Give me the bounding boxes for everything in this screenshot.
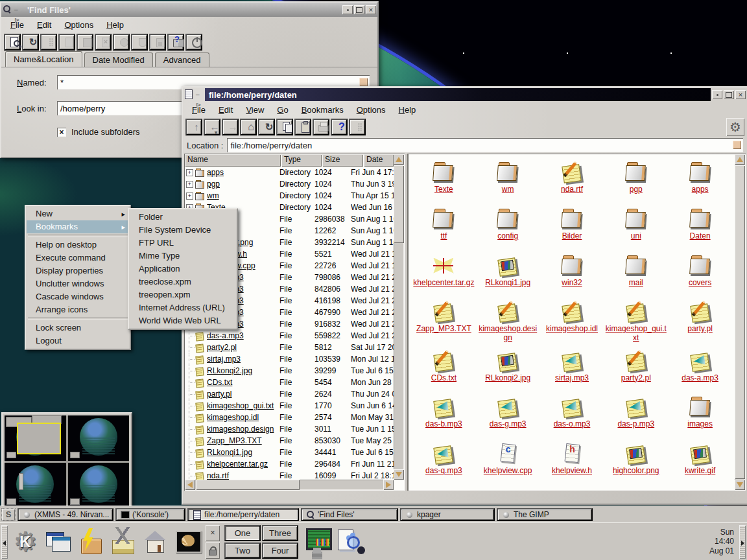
- tree-horizontal-scrollbar[interactable]: [185, 480, 394, 490]
- file-icon-cell[interactable]: das-p.mp3: [604, 393, 668, 439]
- icon-vertical-scrollbar[interactable]: [735, 154, 745, 490]
- file-icon-label[interactable]: Bilder: [562, 232, 582, 240]
- file-icon-label[interactable]: kwrite.gif: [685, 467, 715, 475]
- panel-launcher[interactable]: [140, 526, 170, 558]
- file-icon-label[interactable]: khelpview.cpp: [484, 467, 532, 475]
- close-button[interactable]: ×: [366, 5, 376, 14]
- file-name[interactable]: khelpcenter.tar.gz: [207, 460, 279, 469]
- file-row[interactable]: Zapp_MP3.TXT File 853030 Tue May 25 0: [185, 435, 394, 447]
- scroll-thumb[interactable]: [196, 480, 300, 490]
- file-name[interactable]: CDs.txt: [207, 378, 279, 387]
- menu-item[interactable]: [28, 235, 128, 237]
- file-icon-cell[interactable]: khelpview.h: [540, 440, 604, 485]
- file-icon-cell[interactable]: config: [476, 205, 540, 251]
- submenu-item[interactable]: Folder: [130, 211, 236, 224]
- menu-item[interactable]: Help: [101, 19, 132, 31]
- panel-launcher[interactable]: [10, 526, 40, 558]
- menu-item[interactable]: View: [241, 104, 272, 116]
- file-icon-label[interactable]: sirtaj.mp3: [555, 374, 589, 382]
- desktop-thumbnail[interactable]: [68, 463, 130, 508]
- file-name[interactable]: sirtaj.mp3: [207, 355, 279, 364]
- file-icon-label[interactable]: party2.pl: [621, 374, 651, 382]
- file-icon-label[interactable]: pgp: [630, 185, 643, 194]
- file-icon-label[interactable]: Daten: [690, 232, 711, 240]
- column-header-type[interactable]: Type: [281, 154, 322, 167]
- toolbar-button[interactable]: [240, 119, 257, 135]
- file-name[interactable]: pgp: [207, 180, 279, 189]
- file-icon-label[interactable]: khelpcenter.tar.gz: [413, 279, 474, 287]
- toolbar-button[interactable]: [40, 34, 57, 51]
- menu-item[interactable]: [28, 318, 128, 320]
- file-name[interactable]: RLkonqi2.jpg: [207, 366, 279, 375]
- file-row[interactable]: khelpcenter.tar.gz File 296484 Fri Jun 1…: [185, 458, 394, 470]
- desktop-thumbnail[interactable]: [68, 415, 130, 461]
- file-row[interactable]: RLkonqi2.jpg File 39299 Tue Jul 6 15:: [185, 365, 394, 377]
- menu-item[interactable]: Cascade windows: [27, 290, 129, 303]
- menu-item[interactable]: Execute command: [27, 251, 129, 264]
- toolbar-button[interactable]: [185, 34, 202, 51]
- file-icon-cell[interactable]: das-q.mp3: [412, 440, 476, 485]
- location-input[interactable]: file:/home/perry/daten: [227, 138, 743, 152]
- menu-item[interactable]: Help: [394, 104, 424, 116]
- file-icon-label[interactable]: wm: [502, 185, 514, 194]
- toolbar-button[interactable]: [131, 34, 148, 51]
- panel-launcher[interactable]: [335, 526, 364, 558]
- submenu-item[interactable]: World Wide Web URL: [130, 314, 236, 327]
- file-icon-cell[interactable]: party.pl: [668, 298, 732, 345]
- file-icon-cell[interactable]: apps: [668, 159, 732, 204]
- file-icon-cell[interactable]: covers: [668, 252, 732, 298]
- scroll-up-button[interactable]: [735, 154, 745, 165]
- file-row[interactable]: pgp Directory 1024 Thu Jun 3 19: [185, 178, 394, 190]
- toolbar-button[interactable]: [349, 119, 366, 135]
- scroll-up-button[interactable]: [394, 154, 404, 165]
- file-name[interactable]: party.pl: [207, 390, 279, 399]
- file-icon-label[interactable]: win32: [562, 279, 582, 287]
- file-icon-cell[interactable]: CDs.txt: [412, 347, 476, 393]
- file-icon-label[interactable]: images: [687, 420, 713, 428]
- taskbar-task-button[interactable]: kpager: [400, 508, 495, 521]
- file-name[interactable]: party2.pl: [207, 343, 279, 352]
- file-icon-label[interactable]: party.pl: [687, 325, 712, 333]
- file-icon-cell[interactable]: nda.rtf: [540, 159, 604, 204]
- taskbar-task-button[interactable]: (XMMS - 49. Nirvan...: [18, 508, 113, 521]
- file-icon-label[interactable]: highcolor.png: [613, 467, 659, 475]
- file-icon-label[interactable]: nda.rtf: [561, 185, 583, 194]
- tab[interactable]: Date Modified: [84, 52, 153, 67]
- toolbar-button[interactable]: [22, 34, 39, 51]
- file-name[interactable]: wm: [207, 191, 279, 200]
- file-row[interactable]: das-a.mp3 File 559822 Wed Jul 21 21: [185, 330, 394, 342]
- file-icon-cell[interactable]: das-o.mp3: [540, 393, 604, 439]
- column-header-name[interactable]: Name: [185, 154, 281, 167]
- file-icon-label[interactable]: CDs.txt: [431, 374, 456, 382]
- desktop-button[interactable]: One: [224, 525, 261, 541]
- file-icon-cell[interactable]: Bilder: [540, 205, 604, 251]
- menu-item[interactable]: Logout: [27, 334, 129, 347]
- submenu-item[interactable]: Application: [130, 262, 236, 275]
- panel-launcher[interactable]: [302, 526, 332, 558]
- file-icon-cell[interactable]: das-g.mp3: [476, 393, 540, 439]
- toolbar-button[interactable]: [4, 34, 21, 51]
- desktop-button[interactable]: Two: [224, 542, 261, 559]
- file-row[interactable]: nda.rtf File 16099 Fri Jul 2 18:1: [185, 470, 394, 480]
- file-icon-label[interactable]: Texte: [434, 185, 453, 194]
- submenu-item[interactable]: Internet Address (URL): [130, 301, 236, 314]
- toolbar-button[interactable]: [294, 119, 311, 135]
- scroll-thumb[interactable]: [394, 165, 404, 243]
- submenu-item[interactable]: treeclose.xpm: [130, 275, 236, 288]
- file-icon-cell[interactable]: das-a.mp3: [668, 347, 732, 393]
- submenu-item[interactable]: Mime Type: [130, 250, 236, 262]
- file-icon-cell[interactable]: kimageshop.idl: [540, 298, 604, 345]
- panel-launcher[interactable]: [172, 526, 202, 558]
- panel-hide-handle-right[interactable]: [739, 525, 746, 559]
- toolbar-button[interactable]: [222, 119, 239, 135]
- file-row[interactable]: party.pl File 2624 Thu Jun 24 01: [185, 388, 394, 400]
- tree-vertical-scrollbar[interactable]: [394, 154, 404, 480]
- file-icon-label[interactable]: kimageshop.design: [477, 325, 539, 342]
- file-row[interactable]: sirtaj.mp3 File 103539 Mon Jul 12 16: [185, 353, 394, 365]
- file-icon-label[interactable]: das-g.mp3: [490, 420, 527, 428]
- menu-item[interactable]: Edit: [32, 19, 59, 31]
- kde-gear-throbber[interactable]: ⚙: [726, 118, 744, 136]
- file-row[interactable]: wm Directory 1024 Thu Apr 15 17: [185, 190, 394, 202]
- panel-hide-handle-left[interactable]: [1, 525, 8, 559]
- file-icon-cell[interactable]: mail: [604, 252, 668, 298]
